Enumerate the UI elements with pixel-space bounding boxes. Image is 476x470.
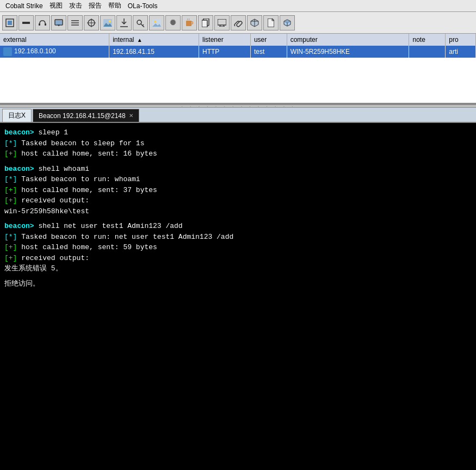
tab-beacon[interactable]: Beacon 192.168.41.15@2148 ✕ <box>33 109 139 122</box>
cell-internal: 192.168.41.15 <box>109 46 199 58</box>
cell-note <box>409 46 446 58</box>
svg-rect-2 <box>22 22 30 24</box>
toolbar <box>0 12 476 34</box>
terminal-line-4: beacon> shell whoami <box>4 164 472 175</box>
svg-line-33 <box>237 22 239 24</box>
headset-icon[interactable] <box>35 15 50 30</box>
main-area: external internal ▲ listener user comput… <box>0 34 476 470</box>
terminal-blank-3 <box>4 274 472 279</box>
col-computer[interactable]: computer <box>287 34 409 46</box>
svg-rect-1 <box>8 21 12 25</box>
svg-point-17 <box>109 20 111 22</box>
monitor-icon[interactable] <box>214 15 230 30</box>
menu-attack[interactable]: 攻击 <box>66 0 85 11</box>
svg-rect-26 <box>186 21 191 26</box>
col-user[interactable]: user <box>250 34 287 46</box>
targets-button[interactable] <box>51 15 66 30</box>
menu-ola-tools[interactable]: OLa-Tools <box>125 1 161 11</box>
gear-icon[interactable] <box>165 15 181 30</box>
beacon-table-area: external internal ▲ listener user comput… <box>0 34 476 104</box>
svg-rect-28 <box>202 20 207 27</box>
tab-logs[interactable]: 日志X <box>2 109 32 122</box>
download-button[interactable] <box>116 15 132 30</box>
col-note[interactable]: note <box>409 34 446 46</box>
file-icon[interactable] <box>263 15 279 30</box>
svg-point-19 <box>137 20 141 24</box>
terminal-line-9: beacon> shell net user test1 Admin123 /a… <box>4 221 472 232</box>
svg-rect-4 <box>45 23 46 26</box>
terminal-blank-2 <box>4 217 472 221</box>
terminal-line-8: win-5r259h58hke\test <box>4 206 472 217</box>
list-button[interactable] <box>67 15 83 30</box>
menubar: Cobalt Strike 视图 攻击 报告 帮助 OLa-Tools <box>0 0 476 12</box>
console-area: 日志X Beacon 192.168.41.15@2148 ✕ beacon> … <box>0 108 476 470</box>
terminal-blank-1 <box>4 159 472 164</box>
col-listener[interactable]: listener <box>199 34 251 46</box>
svg-rect-6 <box>55 20 62 24</box>
key-icon[interactable] <box>133 15 148 30</box>
tab-bar: 日志X Beacon 192.168.41.15@2148 ✕ <box>0 108 476 123</box>
cell-external: 192.168.0.100 <box>0 46 109 58</box>
package-icon[interactable] <box>247 15 262 30</box>
coffee-icon[interactable] <box>182 15 197 30</box>
terminal-output[interactable]: beacon> sleep 1 [*] Tasked beacon to sle… <box>0 123 476 470</box>
sort-arrow-internal: ▲ <box>137 37 143 43</box>
menu-help[interactable]: 帮助 <box>105 0 125 11</box>
terminal-line-12: [+] received output: <box>4 253 472 264</box>
terminal-line-7: [+] received output: <box>4 195 472 206</box>
col-pro[interactable]: pro <box>446 34 476 46</box>
terminal-line-1: beacon> sleep 1 <box>4 127 472 138</box>
menu-view[interactable]: 视图 <box>46 0 66 11</box>
disconnect-button[interactable] <box>18 15 34 30</box>
link-icon[interactable] <box>231 15 246 30</box>
tab-logs-label: 日志X <box>8 111 26 120</box>
terminal-line-11: [+] host called home, sent: 59 bytes <box>4 242 472 253</box>
beacon-table: external internal ▲ listener user comput… <box>0 34 476 58</box>
new-connection-button[interactable] <box>2 15 17 30</box>
svg-rect-3 <box>39 23 40 26</box>
terminal-blank-4 <box>4 289 472 293</box>
terminal-line-5: [*] Tasked beacon to run: whoami <box>4 174 472 185</box>
image-button1[interactable] <box>100 15 115 30</box>
tab-beacon-label: Beacon 192.168.41.15@2148 <box>39 112 126 120</box>
cube-icon[interactable] <box>280 15 295 30</box>
col-external[interactable]: external <box>0 34 109 46</box>
crosshair-icon[interactable] <box>84 15 99 30</box>
terminal-line-3: [+] host called home, sent: 16 bytes <box>4 149 472 159</box>
terminal-line-2: [*] Tasked beacon to sleep for 1s <box>4 138 472 149</box>
terminal-line-13: 发生系统错误 5。 <box>4 263 472 274</box>
terminal-line-6: [+] host called home, sent: 37 bytes <box>4 185 472 196</box>
tab-close-button[interactable]: ✕ <box>129 113 133 119</box>
beacon-icon <box>3 47 12 56</box>
col-internal[interactable]: internal ▲ <box>109 34 199 46</box>
cell-pro: arti <box>446 46 476 58</box>
cell-computer: WIN-5R259H58HKE <box>287 46 409 58</box>
copy-icon[interactable] <box>198 15 213 30</box>
cell-listener: HTTP <box>199 46 251 58</box>
svg-rect-29 <box>218 19 226 25</box>
terminal-line-14: 拒绝访问。 <box>4 279 472 289</box>
menu-report[interactable]: 报告 <box>85 0 105 11</box>
terminal-line-10: [*] Tasked beacon to run: net user test1… <box>4 232 472 243</box>
svg-line-21 <box>143 24 144 26</box>
cell-user: test <box>250 46 287 58</box>
table-row[interactable]: 192.168.0.100 192.168.41.15 HTTP test WI… <box>0 46 476 58</box>
svg-point-23 <box>154 21 156 23</box>
image-button2[interactable] <box>149 15 164 30</box>
menu-cobalt-strike[interactable]: Cobalt Strike <box>2 1 46 11</box>
